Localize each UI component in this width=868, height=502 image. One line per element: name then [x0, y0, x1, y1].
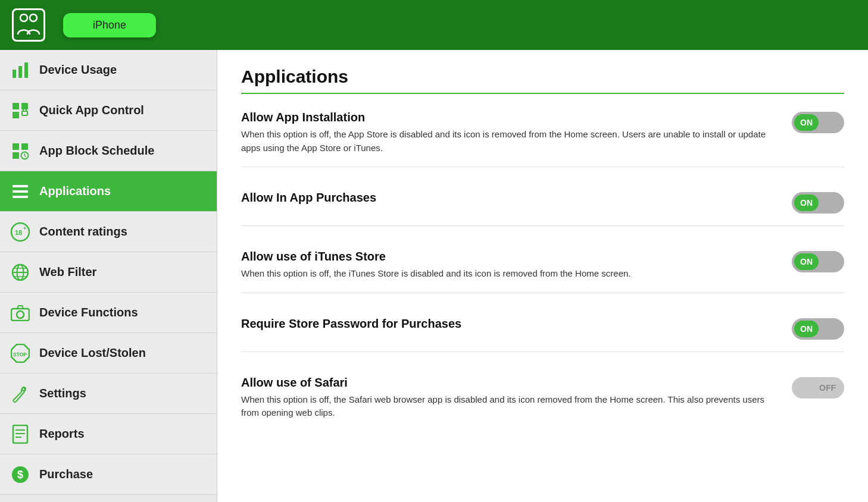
- svg-rect-13: [13, 185, 28, 187]
- setting-desc-allow-itunes-store: When this option is off, the iTunes Stor…: [241, 267, 768, 281]
- section-divider: [241, 167, 844, 167]
- sidebar-label-web-filter: Web Filter: [39, 265, 96, 279]
- section-divider: [241, 352, 844, 352]
- bar-chart-icon: [10, 59, 31, 81]
- sidebar-item-settings[interactable]: Settings: [0, 374, 217, 414]
- sidebar-label-purchase: Purchase: [39, 468, 93, 481]
- svg-rect-11: [13, 152, 19, 159]
- svg-point-28: [22, 387, 26, 391]
- sidebar-item-purchase[interactable]: $ Purchase: [0, 454, 217, 495]
- setting-section-allow-itunes-store: Allow use of iTunes StoreWhen this optio…: [241, 250, 844, 299]
- section-divider: [241, 225, 844, 226]
- stop-icon: STOP: [10, 343, 31, 364]
- main-content: Applications Allow App InstallationWhen …: [217, 50, 868, 502]
- toggle-allow-safari[interactable]: OFF: [792, 377, 844, 399]
- wrench-icon: [10, 383, 31, 404]
- sidebar-label-quick-app-control: Quick App Control: [39, 103, 144, 117]
- sidebar-item-reports[interactable]: Reports: [0, 414, 217, 454]
- list-icon: [10, 181, 31, 202]
- svg-point-1: [30, 14, 37, 21]
- setting-desc-allow-app-installation: When this option is off, the App Store i…: [241, 128, 768, 155]
- sidebar-label-content-ratings: Content ratings: [39, 225, 127, 239]
- sidebar-item-device-lost-stolen[interactable]: STOP Device Lost/Stolen: [0, 333, 217, 374]
- settings-list: Allow App InstallationWhen this option i…: [241, 111, 844, 426]
- main-layout: Device Usage Quick App Control: [0, 50, 868, 502]
- sidebar-item-app-block-schedule[interactable]: App Block Schedule: [0, 131, 217, 171]
- setting-row-allow-app-installation: Allow App InstallationWhen this option i…: [241, 111, 844, 155]
- app-header: iPhone: [0, 0, 868, 50]
- toggle-on-label: ON: [794, 194, 819, 211]
- setting-text-allow-itunes-store: Allow use of iTunes StoreWhen this optio…: [241, 250, 768, 281]
- setting-title-allow-safari: Allow use of Safari: [241, 376, 768, 390]
- age-rating-icon: 18 +: [10, 221, 31, 243]
- toggle-on-label: ON: [794, 114, 819, 131]
- sidebar-item-quick-app-control[interactable]: Quick App Control: [0, 90, 217, 131]
- toggle-off-label: OFF: [813, 381, 842, 395]
- svg-rect-2: [13, 70, 16, 78]
- setting-section-allow-in-app-purchases: Allow In App Purchases ON: [241, 191, 844, 232]
- toggle-require-store-password[interactable]: ON: [792, 318, 844, 340]
- setting-row-allow-safari: Allow use of SafariWhen this option is o…: [241, 376, 844, 420]
- sidebar-label-device-usage: Device Usage: [39, 63, 117, 77]
- setting-text-allow-app-installation: Allow App InstallationWhen this option i…: [241, 111, 768, 155]
- device-selector-button[interactable]: iPhone: [63, 13, 156, 37]
- setting-section-allow-app-installation: Allow App InstallationWhen this option i…: [241, 111, 844, 173]
- globe-icon: [10, 262, 31, 283]
- svg-text:18: 18: [15, 229, 22, 236]
- toggle-allow-itunes-store[interactable]: ON: [792, 251, 844, 272]
- toggle-on-label: ON: [794, 253, 819, 270]
- toggle-allow-app-installation[interactable]: ON: [792, 112, 844, 133]
- sidebar: Device Usage Quick App Control: [0, 50, 217, 502]
- setting-section-allow-safari: Allow use of SafariWhen this option is o…: [241, 376, 844, 426]
- sidebar-item-content-ratings[interactable]: 18 + Content ratings: [0, 212, 217, 252]
- sidebar-label-settings: Settings: [39, 387, 86, 400]
- setting-title-allow-itunes-store: Allow use of iTunes Store: [241, 250, 768, 263]
- svg-text:$: $: [17, 469, 23, 481]
- setting-row-allow-in-app-purchases: Allow In App Purchases ON: [241, 191, 844, 214]
- setting-title-allow-app-installation: Allow App Installation: [241, 111, 768, 124]
- section-divider: [241, 293, 844, 293]
- setting-row-allow-itunes-store: Allow use of iTunes StoreWhen this optio…: [241, 250, 844, 281]
- svg-rect-9: [13, 143, 19, 150]
- grid-lock-icon: [10, 100, 31, 121]
- setting-title-allow-in-app-purchases: Allow In App Purchases: [241, 191, 768, 205]
- svg-point-0: [20, 14, 27, 21]
- sidebar-item-device-usage[interactable]: Device Usage: [0, 50, 217, 90]
- svg-rect-15: [13, 196, 28, 198]
- sidebar-label-applications: Applications: [39, 184, 111, 198]
- toggle-allow-in-app-purchases[interactable]: ON: [792, 192, 844, 214]
- svg-rect-10: [21, 143, 28, 150]
- app-logo: [12, 8, 45, 42]
- setting-section-require-store-password: Require Store Password for Purchases ON: [241, 317, 844, 358]
- sidebar-label-reports: Reports: [39, 427, 85, 441]
- sidebar-label-device-lost-stolen: Device Lost/Stolen: [39, 346, 146, 360]
- sidebar-label-device-functions: Device Functions: [39, 306, 138, 319]
- svg-text:STOP: STOP: [13, 352, 27, 357]
- svg-rect-14: [13, 190, 28, 193]
- sidebar-item-web-filter[interactable]: Web Filter: [0, 252, 217, 293]
- setting-desc-allow-safari: When this option is off, the Safari web …: [241, 393, 768, 420]
- setting-text-allow-in-app-purchases: Allow In App Purchases: [241, 191, 768, 208]
- svg-text:+: +: [23, 225, 26, 231]
- page-title: Applications: [241, 67, 844, 87]
- svg-rect-7: [13, 112, 19, 118]
- svg-point-25: [17, 311, 24, 318]
- sidebar-item-applications[interactable]: Applications: [0, 171, 217, 212]
- setting-text-require-store-password: Require Store Password for Purchases: [241, 317, 768, 334]
- setting-title-require-store-password: Require Store Password for Purchases: [241, 317, 768, 331]
- sidebar-item-device-functions[interactable]: Device Functions: [0, 293, 217, 333]
- camera-icon: [10, 302, 31, 324]
- title-divider: [241, 93, 844, 94]
- dollar-icon: $: [10, 464, 31, 485]
- svg-rect-4: [24, 62, 28, 78]
- sidebar-label-app-block-schedule: App Block Schedule: [39, 144, 154, 158]
- document-icon: [10, 423, 31, 445]
- setting-text-allow-safari: Allow use of SafariWhen this option is o…: [241, 376, 768, 420]
- svg-rect-8: [22, 111, 27, 115]
- grid-clock-icon: [10, 140, 31, 162]
- svg-rect-5: [13, 103, 19, 109]
- svg-rect-3: [18, 66, 22, 78]
- setting-row-require-store-password: Require Store Password for Purchases ON: [241, 317, 844, 340]
- toggle-on-label: ON: [794, 321, 819, 337]
